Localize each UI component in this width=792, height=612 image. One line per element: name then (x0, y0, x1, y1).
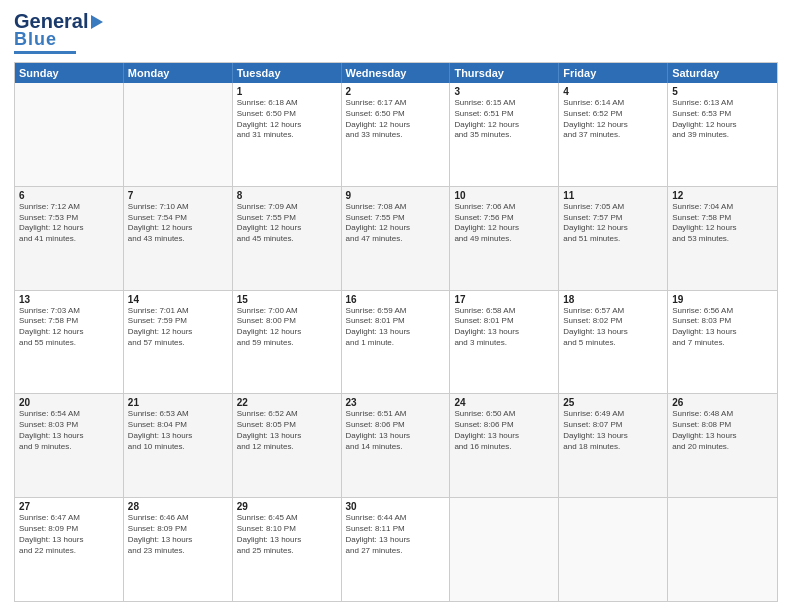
calendar-cell: 30Sunrise: 6:44 AM Sunset: 8:11 PM Dayli… (342, 498, 451, 601)
day-content: Sunrise: 6:52 AM Sunset: 8:05 PM Dayligh… (237, 409, 337, 452)
calendar-cell: 10Sunrise: 7:06 AM Sunset: 7:56 PM Dayli… (450, 187, 559, 290)
day-number: 11 (563, 190, 663, 201)
calendar-cell: 27Sunrise: 6:47 AM Sunset: 8:09 PM Dayli… (15, 498, 124, 601)
calendar-cell: 14Sunrise: 7:01 AM Sunset: 7:59 PM Dayli… (124, 291, 233, 394)
day-content: Sunrise: 6:54 AM Sunset: 8:03 PM Dayligh… (19, 409, 119, 452)
calendar-cell: 28Sunrise: 6:46 AM Sunset: 8:09 PM Dayli… (124, 498, 233, 601)
calendar-header-day: Friday (559, 63, 668, 83)
day-content: Sunrise: 6:14 AM Sunset: 6:52 PM Dayligh… (563, 98, 663, 141)
logo: General Blue (14, 10, 103, 54)
day-number: 28 (128, 501, 228, 512)
day-number: 3 (454, 86, 554, 97)
calendar-cell: 15Sunrise: 7:00 AM Sunset: 8:00 PM Dayli… (233, 291, 342, 394)
calendar-cell: 6Sunrise: 7:12 AM Sunset: 7:53 PM Daylig… (15, 187, 124, 290)
day-content: Sunrise: 6:45 AM Sunset: 8:10 PM Dayligh… (237, 513, 337, 556)
day-number: 25 (563, 397, 663, 408)
day-content: Sunrise: 6:18 AM Sunset: 6:50 PM Dayligh… (237, 98, 337, 141)
calendar-cell (15, 83, 124, 186)
day-content: Sunrise: 6:17 AM Sunset: 6:50 PM Dayligh… (346, 98, 446, 141)
day-number: 27 (19, 501, 119, 512)
day-number: 18 (563, 294, 663, 305)
logo-arrow-icon (91, 15, 103, 29)
calendar-week-row: 6Sunrise: 7:12 AM Sunset: 7:53 PM Daylig… (15, 187, 777, 291)
day-number: 22 (237, 397, 337, 408)
day-number: 26 (672, 397, 773, 408)
day-number: 29 (237, 501, 337, 512)
day-number: 17 (454, 294, 554, 305)
day-content: Sunrise: 6:49 AM Sunset: 8:07 PM Dayligh… (563, 409, 663, 452)
day-content: Sunrise: 6:57 AM Sunset: 8:02 PM Dayligh… (563, 306, 663, 349)
day-number: 19 (672, 294, 773, 305)
day-number: 12 (672, 190, 773, 201)
day-content: Sunrise: 7:05 AM Sunset: 7:57 PM Dayligh… (563, 202, 663, 245)
day-content: Sunrise: 7:10 AM Sunset: 7:54 PM Dayligh… (128, 202, 228, 245)
day-content: Sunrise: 7:09 AM Sunset: 7:55 PM Dayligh… (237, 202, 337, 245)
header: General Blue (14, 10, 778, 54)
calendar-cell (450, 498, 559, 601)
calendar-cell: 12Sunrise: 7:04 AM Sunset: 7:58 PM Dayli… (668, 187, 777, 290)
day-number: 23 (346, 397, 446, 408)
calendar-cell: 2Sunrise: 6:17 AM Sunset: 6:50 PM Daylig… (342, 83, 451, 186)
calendar-cell: 8Sunrise: 7:09 AM Sunset: 7:55 PM Daylig… (233, 187, 342, 290)
logo-underline (14, 51, 76, 54)
calendar-cell: 19Sunrise: 6:56 AM Sunset: 8:03 PM Dayli… (668, 291, 777, 394)
day-number: 6 (19, 190, 119, 201)
day-content: Sunrise: 7:04 AM Sunset: 7:58 PM Dayligh… (672, 202, 773, 245)
calendar-header-day: Saturday (668, 63, 777, 83)
calendar-header-day: Wednesday (342, 63, 451, 83)
page: General Blue SundayMondayTuesdayWednesda… (0, 0, 792, 612)
calendar-cell: 24Sunrise: 6:50 AM Sunset: 8:06 PM Dayli… (450, 394, 559, 497)
day-content: Sunrise: 6:46 AM Sunset: 8:09 PM Dayligh… (128, 513, 228, 556)
calendar-cell (124, 83, 233, 186)
calendar-cell: 1Sunrise: 6:18 AM Sunset: 6:50 PM Daylig… (233, 83, 342, 186)
day-number: 30 (346, 501, 446, 512)
calendar-body: 1Sunrise: 6:18 AM Sunset: 6:50 PM Daylig… (15, 83, 777, 601)
calendar-cell: 20Sunrise: 6:54 AM Sunset: 8:03 PM Dayli… (15, 394, 124, 497)
calendar-header-day: Sunday (15, 63, 124, 83)
calendar-cell: 18Sunrise: 6:57 AM Sunset: 8:02 PM Dayli… (559, 291, 668, 394)
calendar-header-day: Tuesday (233, 63, 342, 83)
day-number: 13 (19, 294, 119, 305)
day-content: Sunrise: 6:53 AM Sunset: 8:04 PM Dayligh… (128, 409, 228, 452)
day-content: Sunrise: 6:47 AM Sunset: 8:09 PM Dayligh… (19, 513, 119, 556)
calendar-cell (559, 498, 668, 601)
calendar-week-row: 13Sunrise: 7:03 AM Sunset: 7:58 PM Dayli… (15, 291, 777, 395)
calendar-cell: 7Sunrise: 7:10 AM Sunset: 7:54 PM Daylig… (124, 187, 233, 290)
calendar-week-row: 1Sunrise: 6:18 AM Sunset: 6:50 PM Daylig… (15, 83, 777, 187)
day-number: 7 (128, 190, 228, 201)
day-number: 2 (346, 86, 446, 97)
day-content: Sunrise: 6:48 AM Sunset: 8:08 PM Dayligh… (672, 409, 773, 452)
day-content: Sunrise: 7:01 AM Sunset: 7:59 PM Dayligh… (128, 306, 228, 349)
day-number: 21 (128, 397, 228, 408)
day-number: 15 (237, 294, 337, 305)
day-content: Sunrise: 7:08 AM Sunset: 7:55 PM Dayligh… (346, 202, 446, 245)
calendar-cell: 26Sunrise: 6:48 AM Sunset: 8:08 PM Dayli… (668, 394, 777, 497)
day-content: Sunrise: 6:58 AM Sunset: 8:01 PM Dayligh… (454, 306, 554, 349)
calendar-cell: 29Sunrise: 6:45 AM Sunset: 8:10 PM Dayli… (233, 498, 342, 601)
calendar-cell: 3Sunrise: 6:15 AM Sunset: 6:51 PM Daylig… (450, 83, 559, 186)
calendar: SundayMondayTuesdayWednesdayThursdayFrid… (14, 62, 778, 602)
calendar-cell: 25Sunrise: 6:49 AM Sunset: 8:07 PM Dayli… (559, 394, 668, 497)
calendar-header-day: Monday (124, 63, 233, 83)
day-content: Sunrise: 7:12 AM Sunset: 7:53 PM Dayligh… (19, 202, 119, 245)
calendar-cell: 5Sunrise: 6:13 AM Sunset: 6:53 PM Daylig… (668, 83, 777, 186)
calendar-week-row: 20Sunrise: 6:54 AM Sunset: 8:03 PM Dayli… (15, 394, 777, 498)
day-content: Sunrise: 6:15 AM Sunset: 6:51 PM Dayligh… (454, 98, 554, 141)
calendar-header-day: Thursday (450, 63, 559, 83)
calendar-cell: 13Sunrise: 7:03 AM Sunset: 7:58 PM Dayli… (15, 291, 124, 394)
day-content: Sunrise: 7:03 AM Sunset: 7:58 PM Dayligh… (19, 306, 119, 349)
day-number: 4 (563, 86, 663, 97)
day-number: 1 (237, 86, 337, 97)
calendar-cell: 4Sunrise: 6:14 AM Sunset: 6:52 PM Daylig… (559, 83, 668, 186)
day-number: 20 (19, 397, 119, 408)
day-number: 10 (454, 190, 554, 201)
calendar-cell: 11Sunrise: 7:05 AM Sunset: 7:57 PM Dayli… (559, 187, 668, 290)
logo-blue-text: Blue (14, 29, 57, 50)
day-content: Sunrise: 6:44 AM Sunset: 8:11 PM Dayligh… (346, 513, 446, 556)
day-content: Sunrise: 6:13 AM Sunset: 6:53 PM Dayligh… (672, 98, 773, 141)
day-content: Sunrise: 6:50 AM Sunset: 8:06 PM Dayligh… (454, 409, 554, 452)
day-number: 24 (454, 397, 554, 408)
calendar-cell: 16Sunrise: 6:59 AM Sunset: 8:01 PM Dayli… (342, 291, 451, 394)
calendar-cell: 23Sunrise: 6:51 AM Sunset: 8:06 PM Dayli… (342, 394, 451, 497)
day-number: 5 (672, 86, 773, 97)
